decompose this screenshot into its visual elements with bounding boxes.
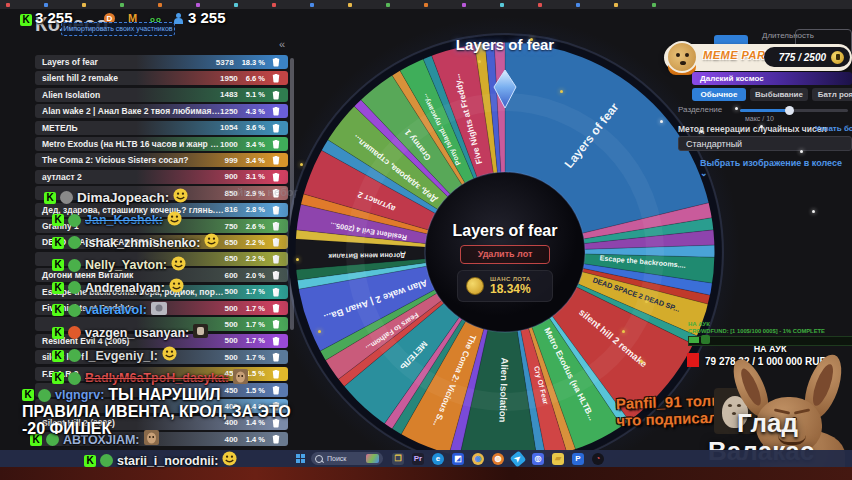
chat-message: KBadlyM6aTpoH_dasyka: [52,369,248,388]
chat-username: valeralvol: [85,303,147,317]
chat-emote-icon [171,256,186,275]
chat-message: Kl_Evgeniy_l: [52,346,177,365]
chat-username: vazgen_usanyan: [85,326,189,340]
kick-badge-icon: K [22,389,34,401]
kick-badge-icon: K [52,304,64,316]
chrome-icon[interactable]: ◉ [472,453,484,465]
warning-text: -20 ФИШЕК [22,420,111,438]
circle-app-icon[interactable]: ◎ [532,453,544,465]
chat-username: starii_i_norodnii: [117,454,218,468]
avatar [68,259,81,272]
chat-username: BadlyM6aTpoH_dasyka: [85,371,229,385]
kick-badge-icon: K [52,372,64,384]
hub-lot-title: Layers of fear [415,222,595,240]
rng-method-select[interactable]: Стандартный [678,136,852,151]
tab-выбывание[interactable]: Выбывание [750,88,808,101]
kick-badge-icon: K [52,259,64,271]
sparkle-icon [660,120,663,123]
crowdfund-label: CROWDFUND: [1 100$/100 000$] - 1% COMPLE… [688,328,825,334]
sparkle-icon [700,130,703,133]
avatar [68,236,81,249]
chat-message: KDimaJopeach: [44,188,188,207]
chat-username: Jan_Koshek: [85,213,163,227]
chat-warning-line1: Kvlgngrv:ТЫ НАРУШИЛ [22,386,221,404]
wheel-segment-label: Догони меня Виталик [328,251,406,261]
chat-message: Kishak_zhmishenko: [52,233,219,252]
chat-message: KNelly_Yavton: [52,256,186,275]
avatar [68,214,81,227]
sparkle-icon [645,300,648,303]
chat-message: Kvaleralvol: [52,301,167,319]
chat-emote-icon [167,211,182,230]
wheel-theme-select[interactable]: Далекий космос [692,72,852,85]
chance-value: 18.34% [490,282,531,296]
rng-learn-link[interactable]: Узнать бол [815,124,852,133]
chat-message: KAndrenalyan: [52,278,184,297]
sparkle-icon [760,125,763,128]
chat-username: Andrenalyan: [85,281,165,295]
folder-icon[interactable]: ▰ [552,453,564,465]
goal-marker-icon [687,353,699,367]
sparkle-icon [735,107,738,110]
chat-username: Nelly_Yavton: [85,258,167,272]
crowdfund-icon [701,335,710,344]
chat-username: vlgngrv: [55,388,104,402]
wheel-winner-title: Layers of fear [405,36,605,53]
points-pill: 775 / 2500 [764,47,850,67]
chat-emote-icon [222,451,237,470]
kick-badge-icon: K [52,214,64,226]
orange-app-icon[interactable]: ◍ [492,453,504,465]
doge-icon [666,41,698,73]
watermark-line1: Глад [737,408,798,439]
kick-badge-icon: K [52,327,64,339]
avatar [68,349,81,362]
p-app-icon[interactable]: P [572,453,584,465]
chat-username: ishak_zhmishenko: [85,236,200,250]
avatar [38,389,51,402]
tab-обычное[interactable]: Обычное [692,88,746,101]
sparkle-icon [800,150,803,153]
kick-badge-icon: K [52,350,64,362]
chat-emote-icon [162,346,177,365]
chat-emote-icon [204,233,219,252]
search-placeholder: Поиск [327,455,362,462]
chat-message: Kvazgen_usanyan: [52,324,208,342]
sparkle-icon [812,210,815,213]
chat-emote-icon [151,301,167,319]
points-value: 775 / 2500 [779,52,826,63]
auction-goal-title: НА АУК [688,344,852,354]
blue-app-icon[interactable]: ◩ [452,453,464,465]
chat-emote-icon [193,324,208,342]
chat-message: KJan_Koshek: [52,211,182,230]
kick-badge-icon: K [52,237,64,249]
chance-badge: ШАНС ЛОТА 18.34% [457,270,553,302]
start-button[interactable] [296,454,305,463]
split-max-label: макс / 10 [745,115,774,122]
na-auk-small-label: НА АУК [688,321,710,327]
sparkle-icon [622,330,625,333]
screen: Колесо K 3 255 D M оо 3 255 Импортироват… [0,0,852,480]
delete-lot-button[interactable]: Удалить лот [460,245,550,264]
choose-image-link[interactable]: Выбрать изображение в колесе ⌄ [700,158,852,178]
sparkle-icon [318,330,321,333]
kick-badge-icon: K [52,282,64,294]
wheel-segment-label: Alien Isolation [497,357,510,422]
split-slider-fill [740,109,788,112]
edge-icon[interactable]: e [432,453,444,465]
file-explorer-icon[interactable]: ❐ [392,453,404,465]
search-highlight-thumbnail [366,454,379,463]
sparkle-icon [530,38,533,41]
chat-emote-icon [169,278,184,297]
chevron-down-icon: ⌄ [700,168,708,178]
premiere-icon[interactable]: Pr [412,453,424,465]
kick-badge-icon: K [84,455,96,467]
avatar [100,454,113,467]
tab-батл-роял[interactable]: Батл роял [812,88,852,101]
chat-emote-icon [144,430,159,449]
taskbar-search[interactable]: Поиск [311,452,383,465]
split-label: Разделение [678,105,722,114]
avatar [60,191,73,204]
obs-icon[interactable]: ◔ [592,453,604,465]
split-slider-knob[interactable] [785,106,794,115]
crowdfund-progress-fill [689,337,699,343]
